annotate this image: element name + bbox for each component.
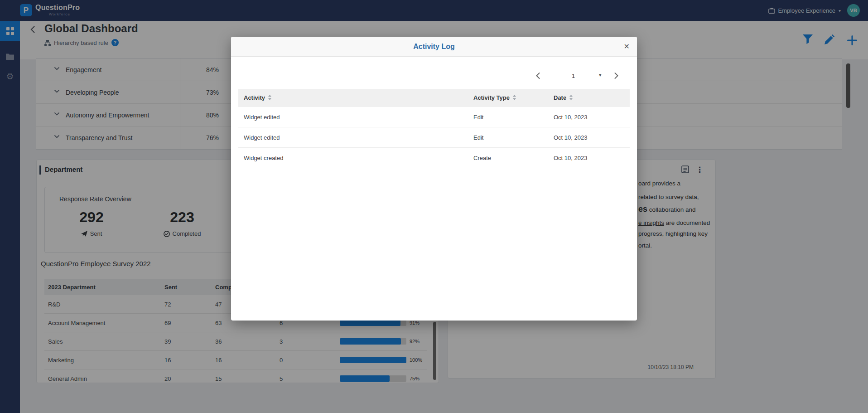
page-select-caret-icon[interactable]: ▾ <box>599 72 602 78</box>
previous-page-button[interactable] <box>534 71 545 82</box>
sort-icon[interactable] <box>268 95 272 102</box>
cell-activity-type: Edit <box>473 114 554 121</box>
app-window: P QuestionPro Workforce Employee Experie… <box>0 0 868 413</box>
cell-activity: Widget edited <box>238 114 473 121</box>
cell-date: Oct 10, 2023 <box>554 155 630 161</box>
modal-header: Activity Log ✕ <box>231 37 637 57</box>
cell-date: Oct 10, 2023 <box>554 114 630 121</box>
activity-log-modal: Activity Log ✕ 1 ▾ Activity Activity Typ… <box>231 37 637 321</box>
cell-activity-type: Edit <box>473 134 554 141</box>
modal-title: Activity Log <box>231 37 637 57</box>
cell-activity-type: Create <box>473 155 554 161</box>
activity-table: Activity Activity Type Date Widget edite… <box>238 89 630 168</box>
cell-date: Oct 10, 2023 <box>554 134 630 141</box>
cell-activity: Widget edited <box>238 134 473 141</box>
activity-table-body: Widget edited Edit Oct 10, 2023 Widget e… <box>238 107 630 168</box>
activity-table-header: Activity Activity Type Date <box>238 89 630 107</box>
sort-icon[interactable] <box>569 95 573 102</box>
cell-activity: Widget created <box>238 155 473 161</box>
activity-row: Widget edited Edit Oct 10, 2023 <box>238 107 630 127</box>
activity-row: Widget created Create Oct 10, 2023 <box>238 148 630 168</box>
sort-icon[interactable] <box>512 95 516 102</box>
page-number: 1 <box>572 73 575 79</box>
next-page-button[interactable] <box>612 71 622 82</box>
col-activity[interactable]: Activity <box>238 94 473 102</box>
col-date[interactable]: Date <box>554 94 630 102</box>
activity-row: Widget edited Edit Oct 10, 2023 <box>238 127 630 148</box>
col-activity-type[interactable]: Activity Type <box>473 94 554 102</box>
close-icon[interactable]: ✕ <box>624 37 630 57</box>
